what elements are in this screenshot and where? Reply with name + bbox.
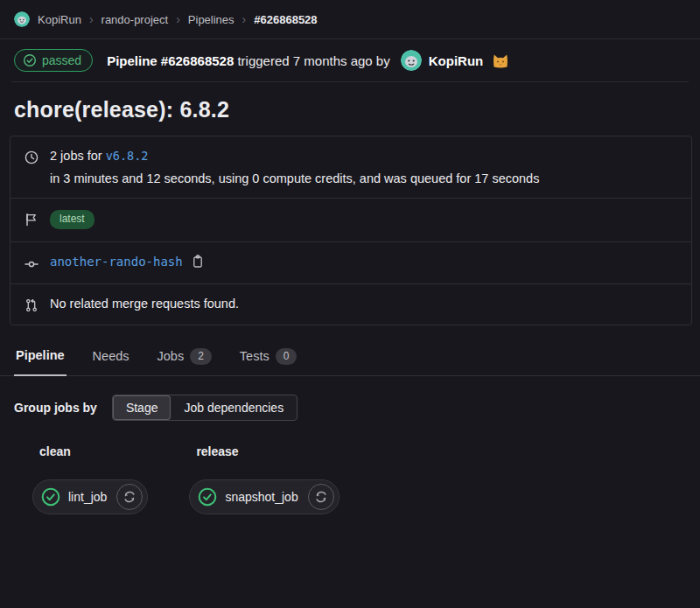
group-by-dependencies-button[interactable]: Job dependencies <box>171 395 297 420</box>
group-jobs-row: Group jobs by Stage Job dependencies <box>0 376 700 421</box>
pipeline-trigger-text: Pipeline #626868528 triggered 7 months a… <box>107 53 390 68</box>
clipboard-icon <box>191 255 205 269</box>
merge-request-row: No related merge requests found. <box>10 283 691 325</box>
stage-name: release <box>196 444 339 458</box>
breadcrumb-group-link[interactable]: KopiRun <box>38 13 81 26</box>
chevron-right-icon: › <box>176 13 180 25</box>
flag-icon <box>24 213 38 227</box>
commit-hash-link[interactable]: another-rando-hash <box>50 255 183 269</box>
breadcrumb-pipelines-link[interactable]: Pipelines <box>188 13 234 26</box>
job-success-icon <box>41 487 60 507</box>
jobs-count-text: 2 jobs for <box>50 149 102 163</box>
stage-column-clean: clean lint_job <box>32 444 148 514</box>
breadcrumb: KopiRun › rando-project › Pipelines › #6… <box>0 0 700 39</box>
latest-badge-row: latest <box>10 198 691 241</box>
retry-icon <box>314 490 328 504</box>
latest-badge: latest <box>50 210 94 229</box>
stage-column-release: release snapshot_job <box>189 444 339 514</box>
user-avatar[interactable] <box>401 50 422 71</box>
pipeline-id-bold: Pipeline #626868528 <box>107 53 234 68</box>
pipeline-tabs: Pipeline Needs Jobs 2 Tests 0 <box>0 340 700 377</box>
group-by-segmented-control: Stage Job dependencies <box>112 395 298 421</box>
pipeline-status-bar: passed Pipeline #626868528 triggered 7 m… <box>11 39 689 82</box>
clock-icon <box>24 150 38 164</box>
breadcrumb-project-link[interactable]: rando-project <box>102 13 169 26</box>
commit-row: another-rando-hash <box>10 241 691 283</box>
tab-needs-label: Needs <box>93 349 130 363</box>
retry-job-button[interactable] <box>116 484 143 510</box>
ref-link[interactable]: v6.8.2 <box>106 149 149 163</box>
merge-request-icon <box>24 298 38 312</box>
pipeline-summary-card: 2 jobs for v6.8.2 in 3 minutes and 12 se… <box>10 136 692 325</box>
status-badge-label: passed <box>42 53 81 67</box>
project-avatar <box>14 11 30 27</box>
no-merge-requests-text: No related merge requests found. <box>50 297 239 311</box>
pipeline-graph: clean lint_job release <box>0 421 700 514</box>
tab-pipeline[interactable]: Pipeline <box>14 340 66 377</box>
retry-icon <box>122 490 136 504</box>
breadcrumb-pipeline-id: #626868528 <box>254 13 317 26</box>
page-title: chore(release): 6.8.2 <box>0 82 700 134</box>
group-jobs-label: Group jobs by <box>14 401 97 415</box>
tab-tests-label: Tests <box>240 349 270 363</box>
duration-text: in 3 minutes and 12 seconds, using 0 com… <box>50 171 539 185</box>
tests-count-badge: 0 <box>276 348 298 366</box>
commit-icon <box>24 257 38 271</box>
user-name-link[interactable]: KopiRun <box>429 53 483 68</box>
tab-jobs-label: Jobs <box>158 349 185 363</box>
stage-name: clean <box>39 444 148 458</box>
triggered-text: triggered 7 months ago by <box>237 53 389 68</box>
job-name: lint_job <box>68 490 108 504</box>
jobs-count-badge: 2 <box>190 348 212 366</box>
check-circle-icon <box>23 53 37 67</box>
status-badge[interactable]: passed <box>14 49 93 72</box>
chevron-right-icon: › <box>242 13 247 25</box>
job-success-icon <box>198 487 217 507</box>
tab-needs[interactable]: Needs <box>91 340 131 377</box>
tab-tests[interactable]: Tests 0 <box>238 340 299 377</box>
tab-jobs[interactable]: Jobs 2 <box>156 340 214 377</box>
tab-pipeline-label: Pipeline <box>16 348 65 362</box>
job-pill-lint-job[interactable]: lint_job <box>32 479 148 514</box>
cat-emoji-icon <box>492 52 509 68</box>
retry-job-button[interactable] <box>308 484 334 510</box>
group-by-stage-button[interactable]: Stage <box>113 395 172 420</box>
copy-commit-button[interactable] <box>191 255 205 269</box>
chevron-right-icon: › <box>89 13 94 25</box>
job-name: snapshot_job <box>225 490 299 504</box>
jobs-summary-row: 2 jobs for v6.8.2 in 3 minutes and 12 se… <box>10 136 691 198</box>
job-pill-snapshot-job[interactable]: snapshot_job <box>189 479 339 514</box>
